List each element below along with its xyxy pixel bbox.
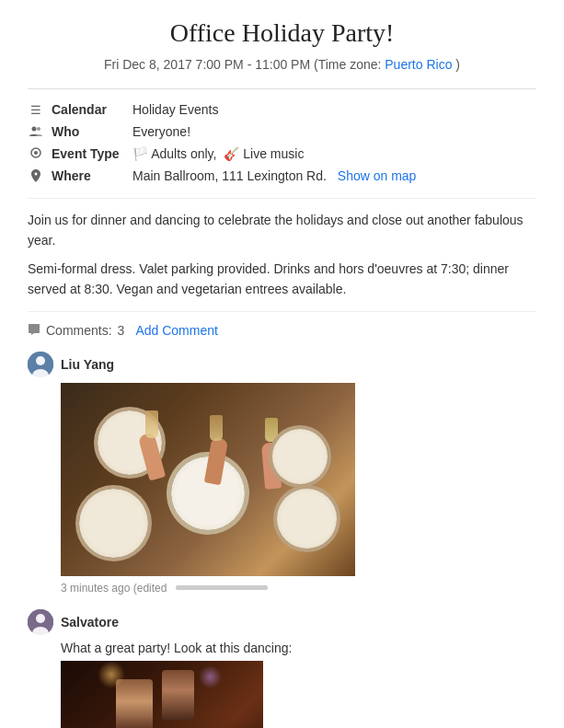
glass-1 [145,410,158,438]
event-type-label: Event Type [52,146,125,161]
comment-salvatore: Salvatore What a great party! Look at th… [28,609,536,728]
svg-point-3 [34,151,38,155]
comments-count: 3 [118,323,125,338]
comment-timestamp-1: 3 minutes ago (edited [61,582,536,595]
comment-text-salvatore: What a great party! Look at this dancing… [61,641,536,655]
comments-bubble-icon [28,323,40,339]
dance-party-image [61,661,263,728]
dance-light-1 [98,661,125,688]
comment-author-row-1: Liu Yang [28,352,536,377]
where-row: Where Main Ballroom, 111 Lexington Rd. S… [28,168,536,183]
where-label: Where [52,168,125,183]
author-name-liu: Liu Yang [61,357,114,372]
calendar-row: ☰ Calendar Holiday Events [28,102,536,117]
plate-bl [79,489,148,558]
timezone-close: ) [455,57,460,72]
event-meta: ☰ Calendar Holiday Events Who Everyone! [28,102,536,183]
glass-2 [210,415,223,441]
plate-br [277,489,337,549]
dance-light-2 [199,665,222,688]
event-type-row: Event Type 🏳️ Adults only, 🎸 Live music [28,146,536,161]
description-line-1: Join us for dinner and dancing to celebr… [28,210,536,251]
comment-image-2-wrapper [61,661,536,728]
avatar-liu-yang [28,352,53,377]
author-name-salvatore: Salvatore [61,615,119,630]
section-divider [28,88,536,89]
hand-3 [261,442,282,489]
where-icon [28,169,44,182]
comments-label: Comments: [46,323,112,338]
calendar-label: Calendar [52,102,125,117]
event-type-text2: Live music [243,146,304,161]
timezone-link[interactable]: Puerto Rico [385,57,452,72]
svg-point-5 [36,356,45,365]
event-type-text1: Adults only, [151,146,216,161]
comment-author-row-2: Salvatore [28,609,536,635]
comments-header: Comments: 3 Add Comment [28,323,536,339]
datetime-text: Fri Dec 8, 2017 7:00 PM - 11:00 PM (Time… [104,57,381,72]
comment-image-1-wrapper [61,383,536,576]
event-title: Office Holiday Party! [28,18,536,48]
event-description: Join us for dinner and dancing to celebr… [28,198,536,312]
add-comment-link[interactable]: Add Comment [135,323,217,338]
food-party-image [61,383,355,576]
event-type-emoji1: 🏳️ [132,146,148,161]
avatar-salvatore [28,609,53,635]
where-address: Main Ballroom, 111 Lexington Rd. [132,168,327,183]
svg-point-8 [36,614,45,623]
hand-1 [138,432,166,480]
show-on-map-link[interactable]: Show on map [338,168,417,183]
event-datetime: Fri Dec 8, 2017 7:00 PM - 11:00 PM (Time… [28,57,536,72]
dance-people [61,716,263,728]
description-line-2: Semi-formal dress. Valet parking provide… [28,259,536,300]
svg-point-0 [32,127,37,132]
who-label: Who [52,124,125,139]
event-type-emoji2: 🎸 [224,146,239,161]
calendar-icon: ☰ [28,103,44,117]
comment-liu-yang: Liu Yang 3 minutes ago (edited [28,352,536,595]
event-type-value: 🏳️ Adults only, 🎸 Live music [132,146,536,161]
where-value: Main Ballroom, 111 Lexington Rd. Show on… [132,168,536,183]
calendar-value: Holiday Events [132,102,536,117]
timestamp-text-1: 3 minutes ago (edited [61,582,167,595]
who-value: Everyone! [132,124,536,139]
event-type-icon [28,147,44,158]
glass-3 [265,418,278,442]
svg-point-1 [37,127,40,131]
timestamp-bar [176,585,268,590]
who-row: Who Everyone! [28,124,536,139]
who-icon [28,125,44,138]
